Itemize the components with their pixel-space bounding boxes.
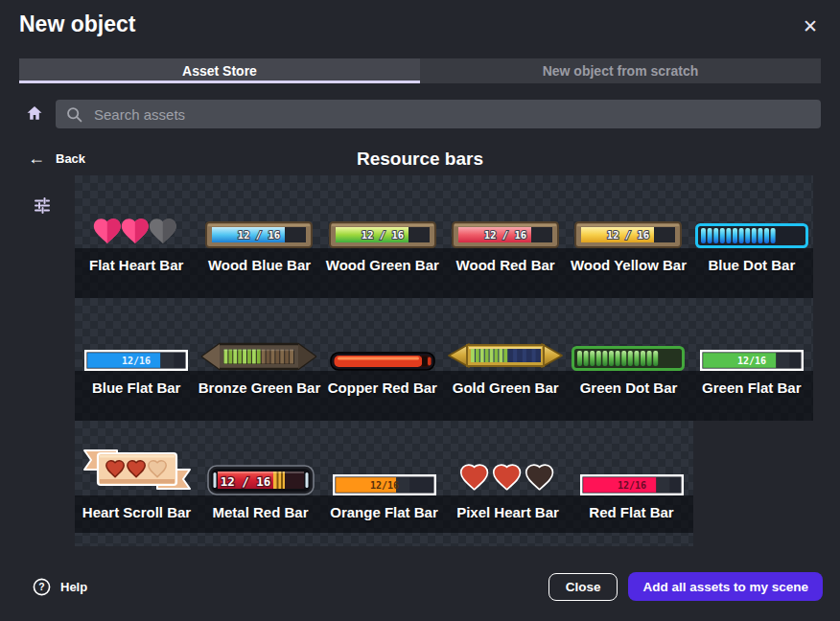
help-icon: ? <box>33 578 51 596</box>
asset-label: Wood Red Bar <box>456 250 555 279</box>
asset-label: Green Dot Bar <box>580 373 678 402</box>
add-all-assets-button[interactable]: Add all assets to my scene <box>628 572 823 601</box>
asset-preview: 12/16 <box>84 298 188 373</box>
tab-bar: Asset Store New object from scratch <box>19 58 821 83</box>
asset-tile-flat-heart-bar[interactable]: Flat Heart Bar <box>75 175 198 279</box>
section-title: Resource bars <box>0 149 840 170</box>
asset-tile-red-flat-bar[interactable]: 12/16Red Flat Bar <box>570 421 693 526</box>
asset-preview <box>79 421 196 497</box>
close-button[interactable]: Close <box>548 573 618 601</box>
asset-tile-wood-red-bar[interactable]: 12 / 16Wood Red Bar <box>444 175 567 279</box>
asset-preview <box>200 298 317 373</box>
asset-label: Gold Green Bar <box>453 373 559 402</box>
asset-preview <box>456 421 560 497</box>
asset-label: Orange Flat Bar <box>330 497 438 526</box>
svg-text:12 / 16: 12 / 16 <box>238 229 280 241</box>
svg-text:12/16: 12/16 <box>122 356 151 366</box>
asset-preview: 12/16 <box>333 421 436 497</box>
asset-label: Pixel Heart Bar <box>456 497 559 526</box>
asset-label: Heart Scroll Bar <box>82 497 191 526</box>
asset-preview <box>447 298 564 373</box>
tab-from-scratch-label: New object from scratch <box>543 63 699 79</box>
asset-label: Blue Dot Bar <box>708 250 795 279</box>
asset-tile-blue-flat-bar[interactable]: 12/16Blue Flat Bar <box>75 298 198 402</box>
page-title: New object <box>19 12 135 37</box>
asset-preview: 12 / 16 <box>207 421 315 497</box>
asset-tile-heart-scroll-bar[interactable]: Heart Scroll Bar <box>75 421 198 526</box>
svg-text:12 / 16: 12 / 16 <box>220 474 270 489</box>
asset-preview <box>695 175 808 250</box>
asset-tile-wood-yellow-bar[interactable]: 12 / 16Wood Yellow Bar <box>567 175 689 279</box>
asset-tile-gold-green-bar[interactable]: Gold Green Bar <box>444 298 567 402</box>
asset-label: Bronze Green Bar <box>198 373 321 402</box>
asset-label: Red Flat Bar <box>589 497 673 526</box>
asset-tile-green-flat-bar[interactable]: 12/16Green Flat Bar <box>690 298 813 402</box>
asset-row: Heart Scroll Bar 12 / 16Metal Red Bar 12… <box>75 421 693 546</box>
filter-sliders-icon <box>32 204 53 218</box>
tab-asset-store-label: Asset Store <box>182 63 257 79</box>
svg-text:12/16: 12/16 <box>369 480 398 491</box>
asset-label: Wood Blue Bar <box>208 250 311 279</box>
asset-label: Copper Red Bar <box>328 373 437 402</box>
asset-preview: 12/16 <box>580 421 684 497</box>
asset-tile-copper-red-bar[interactable]: Copper Red Bar <box>321 298 444 402</box>
close-icon[interactable]: ✕ <box>799 13 822 39</box>
asset-preview <box>572 298 685 373</box>
svg-text:?: ? <box>38 582 44 592</box>
asset-tile-metal-red-bar[interactable]: 12 / 16Metal Red Bar <box>198 421 322 526</box>
asset-tile-wood-green-bar[interactable]: 12 / 16Wood Green Bar <box>321 175 444 279</box>
asset-row: 12/16Blue Flat Bar Bronze Green Bar Copp… <box>75 298 813 421</box>
svg-text:12 / 16: 12 / 16 <box>607 229 649 241</box>
search-input-field[interactable] <box>92 105 811 124</box>
asset-preview <box>91 175 181 250</box>
asset-label: Metal Red Bar <box>212 497 308 526</box>
asset-tile-orange-flat-bar[interactable]: 12/16Orange Flat Bar <box>322 421 446 526</box>
search-icon <box>65 105 83 124</box>
asset-tile-green-dot-bar[interactable]: Green Dot Bar <box>567 298 689 402</box>
asset-row: Flat Heart Bar 12 / 16Wood Blue Bar 12 /… <box>75 175 813 298</box>
home-button[interactable] <box>26 104 43 125</box>
svg-text:12/16: 12/16 <box>617 480 645 491</box>
help-label: Help <box>60 580 87 594</box>
asset-preview: 12 / 16 <box>574 175 682 250</box>
svg-text:12 / 16: 12 / 16 <box>362 229 404 241</box>
asset-preview: 12 / 16 <box>329 175 436 250</box>
footer-actions: Close Add all assets to my scene <box>548 572 823 601</box>
help-button[interactable]: ? Help <box>27 577 93 597</box>
tab-asset-store[interactable]: Asset Store <box>19 58 420 83</box>
asset-preview: 12 / 16 <box>205 175 313 250</box>
tab-new-object-from-scratch[interactable]: New object from scratch <box>420 58 821 83</box>
asset-label: Wood Green Bar <box>326 250 439 279</box>
asset-label: Wood Yellow Bar <box>571 250 687 279</box>
svg-text:12/16: 12/16 <box>737 356 766 366</box>
asset-preview: 12/16 <box>700 298 804 373</box>
asset-tile-blue-dot-bar[interactable]: Blue Dot Bar <box>690 175 813 279</box>
asset-preview <box>330 298 435 373</box>
asset-tile-wood-blue-bar[interactable]: 12 / 16Wood Blue Bar <box>198 175 320 279</box>
asset-label: Blue Flat Bar <box>92 373 181 402</box>
search-input[interactable] <box>56 100 821 128</box>
active-tab-indicator <box>19 80 420 83</box>
asset-label: Flat Heart Bar <box>89 250 183 279</box>
svg-text:12 / 16: 12 / 16 <box>484 229 526 241</box>
asset-preview: 12 / 16 <box>452 175 559 250</box>
search-row <box>19 100 821 128</box>
home-icon <box>26 104 43 125</box>
filter-button[interactable] <box>32 195 53 218</box>
asset-label: Green Flat Bar <box>702 373 801 402</box>
asset-tile-pixel-heart-bar[interactable]: Pixel Heart Bar <box>446 421 570 526</box>
asset-tile-bronze-green-bar[interactable]: Bronze Green Bar <box>198 298 320 402</box>
